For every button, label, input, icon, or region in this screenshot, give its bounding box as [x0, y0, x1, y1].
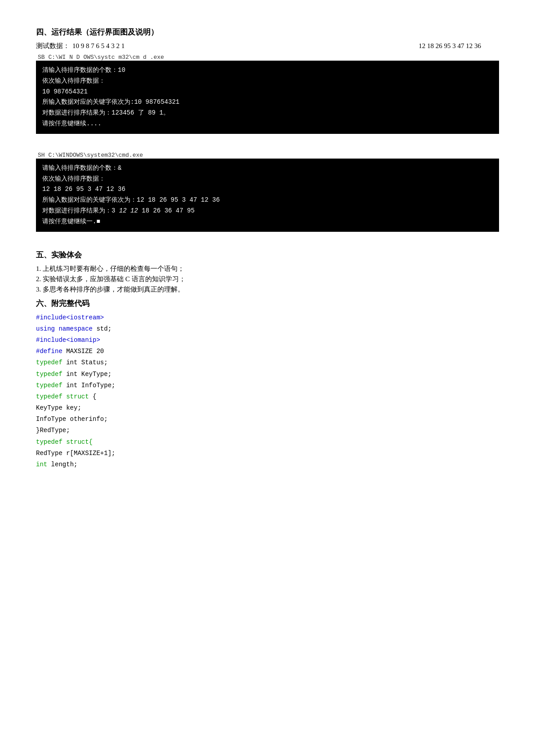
code-plain-8: {: [89, 393, 97, 400]
terminal2-label: SH C:\WINDOWS\system32\cmd.exe: [36, 152, 499, 159]
section6-title: 六、附完整代码: [36, 298, 499, 309]
terminal1-line1: 清输入待排序数据的个数：10: [42, 65, 493, 76]
code-plain-6: int KeyType;: [62, 371, 111, 378]
code-plain-13: RedType r[MAXSIZE+1];: [36, 450, 115, 457]
code-line-3: #include<iomanip>: [36, 335, 499, 346]
section4-title: 四、运行结果（运行界面图及说明）: [36, 27, 499, 37]
code-plain-5: int Status;: [62, 359, 108, 366]
code-plain-9: KeyType key;: [36, 404, 81, 411]
code-typedef-8: typedef struct: [36, 393, 89, 400]
code-plain-10: InfoType otherinfo;: [36, 416, 108, 423]
terminal2-line4: 所输入数据对应的关键字依次为：12 18 26 95 3 47 12 36: [42, 195, 493, 206]
code-line-4: #define MAXSIZE 20: [36, 346, 499, 357]
experience-item-1: 1. 上机练习时要有耐心，仔细的检查每一个语句；: [36, 265, 499, 273]
code-line-7: typedef int InfoType;: [36, 380, 499, 391]
code-line-12: typedef struct{: [36, 437, 499, 448]
code-keyword-1: #include<iostream>: [36, 314, 104, 321]
section5: 五、实验体会 1. 上机练习时要有耐心，仔细的检查每一个语句； 2. 实验错误太…: [36, 250, 499, 294]
terminal2-line5: 对数据进行排序结果为：3 12 12 18 26 36 47 95: [42, 206, 493, 217]
code-line-5: typedef int Status;: [36, 357, 499, 368]
terminal1-line4: 所输入数据对应的关键字依次为:10 987654321: [42, 97, 493, 108]
code-line-9: KeyType key;: [36, 402, 499, 414]
terminal1-label: SB C:\WI N D OWS\systc m32\cm d .exe: [36, 54, 499, 61]
experience-item-2: 2. 实验错误太多，应加强基础 C 语言的知识学习；: [36, 275, 499, 283]
terminal1-line6: 请按仟意键继续....: [42, 119, 493, 129]
section4: 四、运行结果（运行界面图及说明） 测试数据： 10 9 8 7 6 5 4 3 …: [36, 27, 499, 232]
test-data-value2: 12 18 26 95 3 47 12 36: [419, 42, 481, 50]
code-keyword-3: #include<iomanip>: [36, 336, 100, 344]
terminal2-line1: 请输入待排序数据的个数：&: [42, 163, 493, 174]
code-keyword-2: using namespace: [36, 325, 93, 332]
code-line-11: }RedType;: [36, 425, 499, 436]
test-data-row: 测试数据： 10 9 8 7 6 5 4 3 2 1 12 18 26 95 3…: [36, 42, 499, 50]
terminal1-line5: 对数据进行排序结果为：123456 了 89 1。: [42, 108, 493, 119]
test-data-value1: 10 9 8 7 6 5 4 3 2 1: [72, 42, 125, 50]
code-plain-14: length;: [47, 461, 77, 468]
terminal1-line3: 10 987654321: [42, 87, 493, 97]
section6: 六、附完整代码 #include<iostream> using namespa…: [36, 298, 499, 471]
test-data-label: 测试数据：: [36, 42, 70, 50]
code-line-1: #include<iostream>: [36, 312, 499, 323]
terminal2-container: SH C:\WINDOWS\system32\cmd.exe 请输入待排序数据的…: [36, 152, 499, 232]
code-line-8: typedef struct {: [36, 391, 499, 402]
code-typedef-7: typedef: [36, 382, 62, 389]
section5-title: 五、实验体会: [36, 250, 499, 260]
terminal1-line2: 依次输入待排序数据：: [42, 76, 493, 87]
terminal1-container: SB C:\WI N D OWS\systc m32\cm d .exe 清输入…: [36, 54, 499, 134]
terminal2-line6: 请按仟意键继续一.■: [42, 217, 493, 227]
terminal2: 请输入待排序数据的个数：& 依次输入待排序数据： 12 18 26 95 3 4…: [36, 159, 499, 232]
code-plain-7: int InfoType;: [62, 382, 116, 389]
code-plain-11: }RedType;: [36, 427, 70, 434]
code-typedef-14: int: [36, 461, 47, 468]
terminal2-line2: 依次输入待排序数据：: [42, 174, 493, 185]
code-line-2: using namespace std;: [36, 323, 499, 335]
code-typedef-12: typedef struct{: [36, 438, 93, 446]
code-plain-4: MAXSIZE 20: [62, 348, 104, 355]
terminal1: 清输入待排序数据的个数：10 依次输入待排序数据： 10 987654321 所…: [36, 61, 499, 134]
code-line-6: typedef int KeyType;: [36, 369, 499, 380]
code-plain-2: std;: [93, 325, 111, 332]
terminal2-line3: 12 18 26 95 3 47 12 36: [42, 184, 493, 195]
code-typedef-5: typedef: [36, 359, 62, 366]
code-line-14: int length;: [36, 459, 499, 470]
code-line-13: RedType r[MAXSIZE+1];: [36, 448, 499, 459]
code-block: #include<iostream> using namespace std; …: [36, 312, 499, 471]
code-line-10: InfoType otherinfo;: [36, 414, 499, 425]
code-keyword-4: #define: [36, 348, 62, 355]
experience-item-3: 3. 多思考各种排序的步骤，才能做到真正的理解。: [36, 285, 499, 294]
code-typedef-6: typedef: [36, 371, 62, 378]
